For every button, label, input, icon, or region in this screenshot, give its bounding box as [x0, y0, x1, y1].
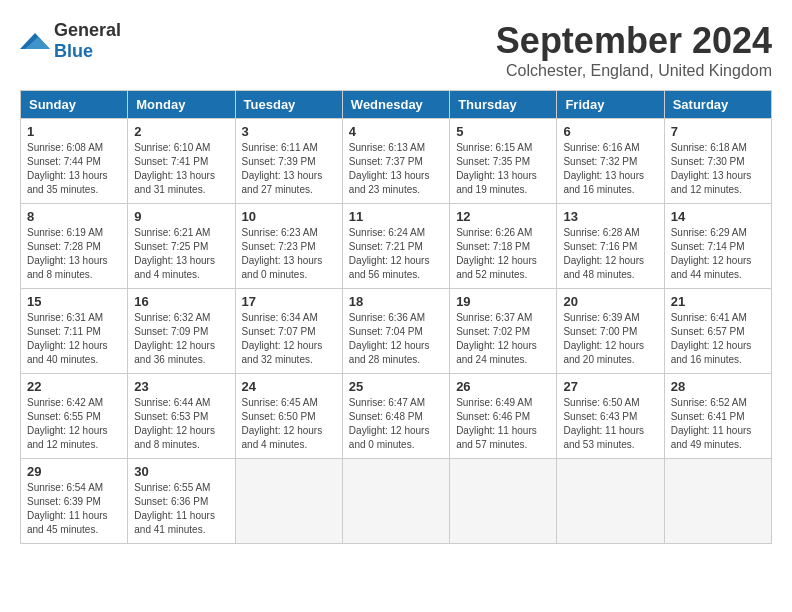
header-saturday: Saturday [664, 91, 771, 119]
calendar-cell [235, 459, 342, 544]
cell-info: Sunrise: 6:55 AM Sunset: 6:36 PM Dayligh… [134, 481, 228, 537]
day-number: 11 [349, 209, 443, 224]
calendar-cell: 19Sunrise: 6:37 AM Sunset: 7:02 PM Dayli… [450, 289, 557, 374]
calendar-cell [557, 459, 664, 544]
cell-info: Sunrise: 6:13 AM Sunset: 7:37 PM Dayligh… [349, 141, 443, 197]
page-header: General Blue September 2024 Colchester, … [20, 20, 772, 80]
cell-info: Sunrise: 6:08 AM Sunset: 7:44 PM Dayligh… [27, 141, 121, 197]
week-row-3: 22Sunrise: 6:42 AM Sunset: 6:55 PM Dayli… [21, 374, 772, 459]
day-number: 20 [563, 294, 657, 309]
calendar-header: SundayMondayTuesdayWednesdayThursdayFrid… [21, 91, 772, 119]
cell-info: Sunrise: 6:11 AM Sunset: 7:39 PM Dayligh… [242, 141, 336, 197]
day-number: 5 [456, 124, 550, 139]
logo: General Blue [20, 20, 121, 62]
calendar-cell: 22Sunrise: 6:42 AM Sunset: 6:55 PM Dayli… [21, 374, 128, 459]
day-number: 17 [242, 294, 336, 309]
calendar-cell: 18Sunrise: 6:36 AM Sunset: 7:04 PM Dayli… [342, 289, 449, 374]
day-number: 12 [456, 209, 550, 224]
cell-info: Sunrise: 6:28 AM Sunset: 7:16 PM Dayligh… [563, 226, 657, 282]
day-number: 24 [242, 379, 336, 394]
logo-icon [20, 29, 50, 53]
day-number: 14 [671, 209, 765, 224]
day-number: 7 [671, 124, 765, 139]
cell-info: Sunrise: 6:32 AM Sunset: 7:09 PM Dayligh… [134, 311, 228, 367]
day-number: 18 [349, 294, 443, 309]
day-number: 28 [671, 379, 765, 394]
cell-info: Sunrise: 6:37 AM Sunset: 7:02 PM Dayligh… [456, 311, 550, 367]
cell-info: Sunrise: 6:19 AM Sunset: 7:28 PM Dayligh… [27, 226, 121, 282]
header-thursday: Thursday [450, 91, 557, 119]
header-tuesday: Tuesday [235, 91, 342, 119]
calendar-cell: 29Sunrise: 6:54 AM Sunset: 6:39 PM Dayli… [21, 459, 128, 544]
day-number: 4 [349, 124, 443, 139]
calendar-cell: 4Sunrise: 6:13 AM Sunset: 7:37 PM Daylig… [342, 119, 449, 204]
calendar-cell: 27Sunrise: 6:50 AM Sunset: 6:43 PM Dayli… [557, 374, 664, 459]
cell-info: Sunrise: 6:47 AM Sunset: 6:48 PM Dayligh… [349, 396, 443, 452]
calendar-cell: 12Sunrise: 6:26 AM Sunset: 7:18 PM Dayli… [450, 204, 557, 289]
location-subtitle: Colchester, England, United Kingdom [496, 62, 772, 80]
month-title: September 2024 [496, 20, 772, 62]
calendar-cell: 20Sunrise: 6:39 AM Sunset: 7:00 PM Dayli… [557, 289, 664, 374]
cell-info: Sunrise: 6:42 AM Sunset: 6:55 PM Dayligh… [27, 396, 121, 452]
day-number: 21 [671, 294, 765, 309]
title-area: September 2024 Colchester, England, Unit… [496, 20, 772, 80]
day-number: 3 [242, 124, 336, 139]
calendar-cell: 15Sunrise: 6:31 AM Sunset: 7:11 PM Dayli… [21, 289, 128, 374]
day-number: 15 [27, 294, 121, 309]
day-number: 23 [134, 379, 228, 394]
header-monday: Monday [128, 91, 235, 119]
calendar-cell: 26Sunrise: 6:49 AM Sunset: 6:46 PM Dayli… [450, 374, 557, 459]
cell-info: Sunrise: 6:50 AM Sunset: 6:43 PM Dayligh… [563, 396, 657, 452]
calendar-cell: 11Sunrise: 6:24 AM Sunset: 7:21 PM Dayli… [342, 204, 449, 289]
day-number: 1 [27, 124, 121, 139]
calendar-cell: 6Sunrise: 6:16 AM Sunset: 7:32 PM Daylig… [557, 119, 664, 204]
logo-general: General [54, 20, 121, 40]
cell-info: Sunrise: 6:52 AM Sunset: 6:41 PM Dayligh… [671, 396, 765, 452]
week-row-1: 8Sunrise: 6:19 AM Sunset: 7:28 PM Daylig… [21, 204, 772, 289]
day-number: 8 [27, 209, 121, 224]
header-wednesday: Wednesday [342, 91, 449, 119]
day-number: 29 [27, 464, 121, 479]
day-number: 19 [456, 294, 550, 309]
calendar-cell: 7Sunrise: 6:18 AM Sunset: 7:30 PM Daylig… [664, 119, 771, 204]
calendar-cell: 25Sunrise: 6:47 AM Sunset: 6:48 PM Dayli… [342, 374, 449, 459]
day-number: 2 [134, 124, 228, 139]
cell-info: Sunrise: 6:49 AM Sunset: 6:46 PM Dayligh… [456, 396, 550, 452]
day-number: 10 [242, 209, 336, 224]
calendar-cell: 23Sunrise: 6:44 AM Sunset: 6:53 PM Dayli… [128, 374, 235, 459]
calendar-body: 1Sunrise: 6:08 AM Sunset: 7:44 PM Daylig… [21, 119, 772, 544]
calendar-table: SundayMondayTuesdayWednesdayThursdayFrid… [20, 90, 772, 544]
header-friday: Friday [557, 91, 664, 119]
cell-info: Sunrise: 6:23 AM Sunset: 7:23 PM Dayligh… [242, 226, 336, 282]
calendar-cell: 5Sunrise: 6:15 AM Sunset: 7:35 PM Daylig… [450, 119, 557, 204]
cell-info: Sunrise: 6:44 AM Sunset: 6:53 PM Dayligh… [134, 396, 228, 452]
cell-info: Sunrise: 6:45 AM Sunset: 6:50 PM Dayligh… [242, 396, 336, 452]
cell-info: Sunrise: 6:34 AM Sunset: 7:07 PM Dayligh… [242, 311, 336, 367]
calendar-cell: 14Sunrise: 6:29 AM Sunset: 7:14 PM Dayli… [664, 204, 771, 289]
week-row-0: 1Sunrise: 6:08 AM Sunset: 7:44 PM Daylig… [21, 119, 772, 204]
header-row: SundayMondayTuesdayWednesdayThursdayFrid… [21, 91, 772, 119]
calendar-cell: 28Sunrise: 6:52 AM Sunset: 6:41 PM Dayli… [664, 374, 771, 459]
day-number: 22 [27, 379, 121, 394]
day-number: 30 [134, 464, 228, 479]
day-number: 27 [563, 379, 657, 394]
week-row-2: 15Sunrise: 6:31 AM Sunset: 7:11 PM Dayli… [21, 289, 772, 374]
cell-info: Sunrise: 6:54 AM Sunset: 6:39 PM Dayligh… [27, 481, 121, 537]
calendar-cell: 3Sunrise: 6:11 AM Sunset: 7:39 PM Daylig… [235, 119, 342, 204]
calendar-cell: 13Sunrise: 6:28 AM Sunset: 7:16 PM Dayli… [557, 204, 664, 289]
calendar-cell: 16Sunrise: 6:32 AM Sunset: 7:09 PM Dayli… [128, 289, 235, 374]
day-number: 9 [134, 209, 228, 224]
day-number: 16 [134, 294, 228, 309]
calendar-cell [664, 459, 771, 544]
calendar-cell: 10Sunrise: 6:23 AM Sunset: 7:23 PM Dayli… [235, 204, 342, 289]
cell-info: Sunrise: 6:39 AM Sunset: 7:00 PM Dayligh… [563, 311, 657, 367]
cell-info: Sunrise: 6:26 AM Sunset: 7:18 PM Dayligh… [456, 226, 550, 282]
calendar-cell [450, 459, 557, 544]
cell-info: Sunrise: 6:31 AM Sunset: 7:11 PM Dayligh… [27, 311, 121, 367]
week-row-4: 29Sunrise: 6:54 AM Sunset: 6:39 PM Dayli… [21, 459, 772, 544]
cell-info: Sunrise: 6:16 AM Sunset: 7:32 PM Dayligh… [563, 141, 657, 197]
cell-info: Sunrise: 6:18 AM Sunset: 7:30 PM Dayligh… [671, 141, 765, 197]
cell-info: Sunrise: 6:21 AM Sunset: 7:25 PM Dayligh… [134, 226, 228, 282]
calendar-cell: 17Sunrise: 6:34 AM Sunset: 7:07 PM Dayli… [235, 289, 342, 374]
calendar-cell: 21Sunrise: 6:41 AM Sunset: 6:57 PM Dayli… [664, 289, 771, 374]
